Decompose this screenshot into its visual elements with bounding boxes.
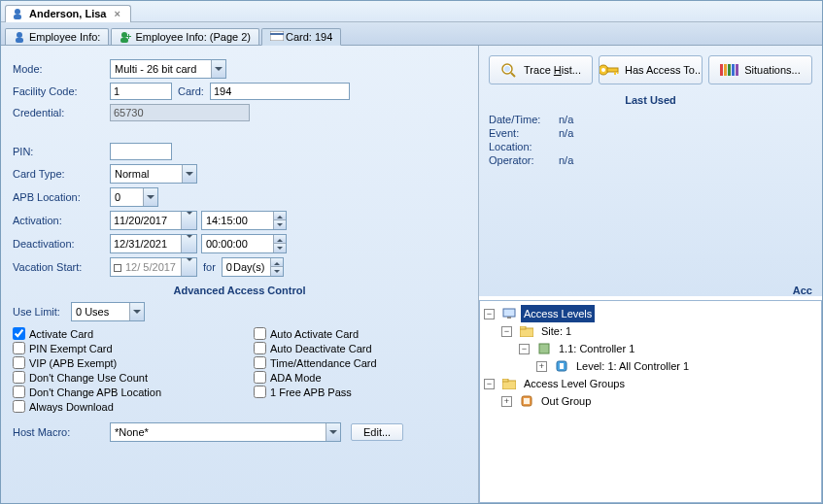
svg-line-11 bbox=[511, 73, 515, 77]
spin-vacation-days[interactable]: 0Day(s) bbox=[222, 257, 284, 277]
tree-collapse-icon[interactable]: − bbox=[519, 344, 530, 354]
level-icon bbox=[555, 359, 568, 373]
check-label: Time/Attendance Card bbox=[270, 357, 377, 369]
chevron-down-icon[interactable] bbox=[181, 212, 196, 229]
check-free-apb[interactable] bbox=[254, 386, 266, 398]
tree-node-access-levels[interactable]: Access Levels bbox=[521, 305, 595, 322]
svg-point-12 bbox=[504, 66, 510, 72]
combo-apb-location[interactable]: 0 bbox=[110, 187, 158, 207]
monitor-icon bbox=[502, 307, 516, 320]
close-icon[interactable]: × bbox=[112, 8, 121, 19]
chevron-down-icon[interactable] bbox=[143, 188, 157, 206]
label-mode: Mode: bbox=[13, 63, 110, 75]
check-activate-card[interactable] bbox=[13, 327, 25, 340]
check-dont-change-use[interactable] bbox=[13, 371, 25, 384]
check-always-download[interactable] bbox=[13, 400, 25, 413]
combo-use-limit[interactable]: 0 Uses bbox=[71, 302, 145, 321]
svg-point-2 bbox=[17, 32, 22, 38]
check-label: VIP (APB Exempt) bbox=[29, 357, 117, 369]
chevron-down-icon[interactable] bbox=[326, 423, 340, 441]
person-plus-icon bbox=[120, 31, 131, 43]
key-icon bbox=[599, 63, 619, 77]
combo-card-type[interactable]: Normal bbox=[110, 164, 197, 184]
tab-card[interactable]: Card: 194 bbox=[261, 28, 341, 46]
tab-employee-info[interactable]: Employee Info: bbox=[5, 28, 109, 45]
date-activation[interactable]: 11/20/2017 bbox=[110, 211, 197, 230]
chevron-down-icon[interactable] bbox=[181, 235, 196, 252]
label-card: Card: bbox=[172, 85, 210, 97]
svg-rect-21 bbox=[520, 326, 526, 329]
date-deactivation[interactable]: 12/31/2021 bbox=[110, 234, 197, 253]
check-time-attendance[interactable] bbox=[254, 356, 266, 369]
button-label: Has Access To... bbox=[625, 64, 703, 76]
spin-down-icon[interactable] bbox=[273, 244, 286, 252]
label-use-limit: Use Limit: bbox=[13, 306, 71, 318]
button-situations[interactable]: Situations... bbox=[708, 55, 812, 84]
spin-down-icon[interactable] bbox=[270, 267, 283, 276]
check-ada-mode[interactable] bbox=[254, 371, 266, 384]
tree-expand-icon[interactable]: + bbox=[536, 361, 547, 372]
check-auto-deactivate[interactable] bbox=[254, 342, 266, 354]
combo-value: Multi - 26 bit card bbox=[115, 63, 196, 75]
tree-node-access-level-groups[interactable]: Access Level Groups bbox=[521, 375, 628, 392]
svg-point-14 bbox=[601, 68, 605, 72]
tree-expand-icon[interactable]: + bbox=[501, 396, 512, 407]
button-has-access[interactable]: Has Access To... bbox=[599, 55, 703, 84]
chevron-down-icon[interactable] bbox=[129, 303, 144, 320]
combo-value: 0 Uses bbox=[76, 306, 109, 318]
combo-value: *None* bbox=[115, 426, 149, 438]
spin-up-icon[interactable] bbox=[273, 212, 286, 220]
check-dont-change-apb[interactable] bbox=[13, 386, 25, 398]
time-value: 14:15:00 bbox=[206, 215, 248, 226]
tree-node-controller[interactable]: 1.1: Controller 1 bbox=[556, 340, 637, 357]
check-vip-apb[interactable] bbox=[13, 356, 25, 369]
title-tab-anderson[interactable]: Anderson, Lisa × bbox=[5, 5, 131, 22]
tree-node-level[interactable]: Level: 1: All Controller 1 bbox=[573, 357, 692, 375]
input-pin[interactable] bbox=[110, 143, 172, 160]
svg-point-0 bbox=[15, 9, 20, 15]
chevron-down-icon[interactable] bbox=[211, 60, 225, 78]
tab-label: Card: 194 bbox=[286, 31, 332, 43]
time-activation[interactable]: 14:15:00 bbox=[201, 211, 287, 230]
check-label: Always Download bbox=[29, 401, 114, 413]
combo-host-macro[interactable]: *None* bbox=[110, 422, 341, 442]
button-edit[interactable]: Edit... bbox=[351, 423, 403, 441]
tree-node-out-group[interactable]: Out Group bbox=[538, 392, 594, 410]
tree-access-levels[interactable]: − Access Levels − Site: 1 − 1.1: Control… bbox=[479, 300, 822, 503]
person-icon bbox=[14, 31, 25, 43]
input-card[interactable] bbox=[210, 83, 350, 100]
check-label: PIN Exempt Card bbox=[29, 343, 113, 354]
combo-mode[interactable]: Multi - 26 bit card bbox=[110, 59, 226, 79]
tab-employee-info-p2[interactable]: Employee Info: (Page 2) bbox=[111, 28, 259, 45]
spin-up-icon[interactable] bbox=[270, 258, 283, 267]
svg-rect-22 bbox=[539, 344, 549, 353]
chevron-down-icon[interactable] bbox=[181, 258, 196, 276]
button-trace-hist[interactable]: Trace Hist... bbox=[489, 55, 593, 84]
value-event: n/a bbox=[559, 127, 573, 139]
date-vacation[interactable]: 12/ 5/2017 bbox=[110, 257, 197, 277]
checkbox-vacation-enable[interactable] bbox=[114, 264, 121, 272]
svg-rect-8 bbox=[270, 31, 284, 41]
folder-icon bbox=[520, 324, 533, 338]
spin-up-icon[interactable] bbox=[273, 235, 286, 244]
window: Anderson, Lisa × Employee Info: Employee… bbox=[0, 0, 823, 504]
check-auto-activate[interactable] bbox=[254, 327, 266, 340]
tree-node-site[interactable]: Site: 1 bbox=[538, 322, 574, 340]
title-tab-label: Anderson, Lisa bbox=[29, 8, 106, 19]
svg-rect-28 bbox=[524, 398, 530, 404]
check-pin-exempt[interactable] bbox=[13, 342, 25, 354]
tree-collapse-icon[interactable]: − bbox=[484, 379, 495, 389]
label-activation: Activation: bbox=[13, 215, 110, 226]
svg-rect-19 bbox=[507, 317, 511, 319]
chevron-down-icon[interactable] bbox=[182, 165, 196, 183]
left-panel: Mode: Multi - 26 bit card Facility Code:… bbox=[1, 46, 479, 503]
magnifier-clock-icon bbox=[500, 62, 518, 78]
spin-down-icon[interactable] bbox=[273, 220, 286, 229]
date-value: 11/20/2017 bbox=[114, 215, 167, 226]
svg-rect-7 bbox=[126, 36, 131, 37]
svg-rect-26 bbox=[502, 379, 508, 382]
time-deactivation[interactable]: 00:00:00 bbox=[201, 234, 287, 253]
tree-collapse-icon[interactable]: − bbox=[484, 309, 495, 319]
input-facility-code[interactable] bbox=[110, 83, 172, 100]
tree-collapse-icon[interactable]: − bbox=[501, 326, 512, 337]
